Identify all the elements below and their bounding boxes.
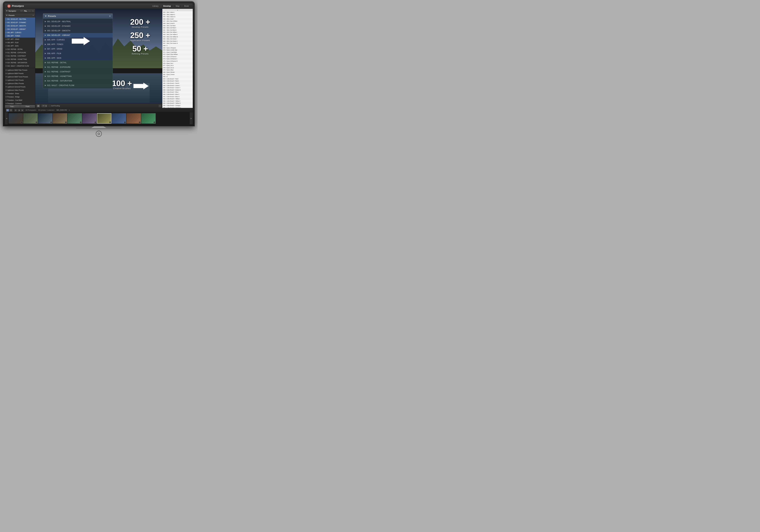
right-panel-item[interactable]: 076 - Eyes | Iris i (163, 62, 193, 65)
overlay-preset-item[interactable]: 008. APP - FILM (43, 51, 113, 56)
right-panel-item[interactable]: 063 - Skin | De-Yellow ii (163, 33, 193, 36)
sidebar-preset-item[interactable]: Presetpro - Cool B&W (5, 99, 35, 102)
nav-3-1[interactable]: 3:1 (32, 10, 34, 12)
right-panel-item[interactable]: 085 - Color Brush + Red iii (163, 82, 193, 84)
sidebar-preset-item[interactable]: 005. APP - CURVES (5, 31, 35, 34)
paste-button[interactable]: Paste (20, 105, 35, 108)
right-panel-item[interactable]: 059 - Skin | De-Red i (163, 24, 193, 27)
right-panel-item[interactable]: 066 - Skin | De-Green ii (163, 40, 193, 42)
right-panel-item[interactable]: 083 - Color Brush + Red i (163, 78, 193, 80)
right-panel-item[interactable]: 058 - Skin | Cool iii (163, 22, 193, 24)
sidebar-preset-item[interactable]: Lightroom B&W Toned Presets (5, 75, 35, 78)
right-panel-item[interactable]: 077 - Eyes | Iris ii (163, 65, 193, 67)
sidebar-preset-item[interactable]: Lightroom Effect Presets (5, 82, 35, 85)
right-panel-item[interactable]: 080 - Eyes | Brown (163, 71, 193, 73)
right-panel-item[interactable]: 078 - Eyes | Iris iii (163, 67, 193, 69)
presets-collapse-icon[interactable] (6, 15, 8, 16)
nav-map[interactable]: Map (174, 5, 181, 7)
overlay-preset-item[interactable]: 009. APP - SKIN (43, 56, 113, 60)
filmstrip-prev-button[interactable]: ◀ (5, 112, 8, 124)
right-panel-item[interactable]: 096 - Color Brush + Orange ii (163, 107, 193, 108)
right-panel-item[interactable]: 088 - Color Brush + Green iii (163, 89, 193, 91)
nav-fill[interactable]: FILL (24, 10, 27, 12)
sidebar-preset-item[interactable]: 010. REFINE - DETAIL (5, 48, 35, 51)
right-panel-item[interactable]: 094 - Color Brush + Yellow iii (163, 102, 193, 104)
right-panel-item[interactable]: 061 - Skin | De-Red iii (163, 29, 193, 31)
sidebar-preset-item[interactable]: 003. DEVELOP - SMOOTH (5, 24, 35, 27)
right-panel-item[interactable]: 087 - Color Brush + Green ii (163, 87, 193, 89)
right-panel-item[interactable]: 056 - Skin | Cool i (163, 18, 193, 20)
right-panel-item[interactable]: 069 - Eyes | Sharpen (163, 47, 193, 49)
overlay-preset-item[interactable]: 003. DEVELOP - SMOOTH (43, 28, 113, 33)
power-button[interactable]: ⏻ (96, 131, 102, 137)
sidebar-preset-item[interactable]: Lightroom Color Presets (5, 78, 35, 82)
prev-nav-icon[interactable]: ◀ (18, 109, 21, 112)
filmstrip-item[interactable]: ⊞ (97, 113, 112, 123)
right-panel-item[interactable]: 054 - Skin | Warm ii (163, 14, 193, 16)
filmstrip-item[interactable]: ⊞ (126, 113, 141, 123)
right-panel-item[interactable]: 075 - Eyes | Enhance iii (163, 60, 193, 62)
sidebar-preset-item[interactable]: 014. REFINE - SATURATION (5, 61, 35, 64)
sidebar-preset-item[interactable]: Lightroom B&W Presets (5, 72, 35, 75)
filmstrip-next-button[interactable]: ▶ (190, 112, 193, 124)
filmstrip-item[interactable]: ⊞ (141, 113, 156, 123)
sidebar-preset-item[interactable]: 007. APP - GRAD (5, 37, 35, 41)
sidebar-preset-item[interactable]: 006. APP - TONES (5, 34, 35, 37)
filmstrip-item[interactable]: ⊞ (68, 113, 82, 123)
overlay-preset-item[interactable]: 014. REFINE - SATURATION (43, 78, 113, 83)
right-panel-item[interactable]: 086 - Color Brush + Green i (163, 84, 193, 87)
right-panel-item[interactable]: 068 - C (163, 45, 193, 47)
overlay-preset-item[interactable]: 002. DEVELOP - DYNAMIC (43, 24, 113, 28)
right-panel-item[interactable]: 084 - Color Brush + Red ii (163, 80, 193, 82)
soft-proofing-checkbox[interactable] (49, 105, 50, 107)
right-panel-item[interactable]: 070 - Eyes | Under Eye (163, 49, 193, 51)
right-panel-item[interactable]: 092 - Color Brush + Yellow i (163, 98, 193, 100)
next-nav-icon[interactable]: ▶ (21, 109, 24, 112)
nav-fit[interactable]: FIT (21, 10, 23, 12)
right-panel-item[interactable]: 079 - Eyes | Blue (163, 69, 193, 71)
right-panel-item[interactable]: 095 - Color Brush + Orange i (163, 104, 193, 107)
right-panel-item[interactable]: 057 - Skin | Eye Whiten (163, 20, 193, 22)
overlay-preset-item[interactable]: 007. APP - GRAD (43, 47, 113, 51)
filmstrip-item[interactable]: ⊞ (23, 113, 38, 123)
grid-view-icon[interactable]: ⊞ (14, 109, 17, 112)
page-1-button[interactable]: 1 (6, 109, 9, 112)
date-filter[interactable]: YY (41, 104, 47, 108)
right-panel-item[interactable]: 071 - Eyes | Catchlight (163, 51, 193, 54)
right-panel-item[interactable]: 055 - Skin | Warm iii (163, 16, 193, 18)
overlay-preset-item[interactable]: 012. REFINE - CONTRAST (43, 70, 113, 74)
filmstrip-item[interactable]: ⊞ (9, 113, 23, 123)
sidebar-preset-item[interactable]: Presetpro - Brass (5, 92, 35, 95)
sidebar-preset-item[interactable]: 013. REFINE - VIGNETTING (5, 58, 35, 61)
right-panel-item[interactable]: 062 - Skin | De-Yellow i (163, 31, 193, 33)
sidebar-preset-item[interactable]: 015. VAULT - CREATIVE FLOW (5, 64, 35, 68)
nav-1-1[interactable]: 1:1 (28, 10, 30, 12)
filmstrip-item[interactable]: ⊞ (38, 113, 52, 123)
filmstrip-item[interactable]: ⊞ (53, 113, 67, 123)
overlay-preset-item[interactable]: 001. DEVELOP - NEUTRAL (43, 19, 113, 24)
sidebar-preset-item[interactable]: 004. DEVELOP - VIBRANT (5, 27, 35, 31)
sidebar-preset-item[interactable]: 012. REFINE - CONTRAST (5, 54, 35, 58)
presets-add-button[interactable]: + (32, 14, 34, 17)
right-panel-item[interactable]: 060 - Skin | De-Red ii (163, 27, 193, 29)
filmstrip-item[interactable]: ⊞ (82, 113, 97, 123)
nav-book[interactable]: Book (183, 5, 190, 7)
overlay-preset-item[interactable]: 010. REFINE - DETAIL (43, 60, 113, 65)
right-panel-scroll-up[interactable]: ▲ (163, 9, 193, 11)
sidebar-preset-item[interactable]: 002. DEVELOP - DYNAMIC (5, 21, 35, 24)
sidebar-preset-item[interactable]: Lightroom B&W Filter Presets (5, 69, 35, 72)
right-panel-item[interactable]: 082 - D (163, 75, 193, 78)
overlay-add-button[interactable]: + (109, 15, 111, 18)
nav-library[interactable]: Library (151, 5, 160, 7)
page-2-button[interactable]: 2 (9, 109, 13, 112)
right-panel-item[interactable]: 067 - Skin | De-Green iii (163, 42, 193, 45)
right-panel-item[interactable]: 064 - Skin | De-Yellow iii (163, 36, 193, 38)
right-panel-item[interactable]: 073 - Eyes | Enhance i (163, 56, 193, 58)
right-panel-item[interactable]: 091 - Color Brush + Blue iii (163, 96, 193, 98)
overlay-preset-item[interactable]: 015. VAULT - CREATIVE FLOW (43, 83, 113, 88)
right-panel-item[interactable]: 093 - Color Brush + Yellow ii (163, 100, 193, 102)
filmstrip-item[interactable]: ⊞ (112, 113, 126, 123)
overlay-collapse-icon[interactable] (45, 16, 47, 17)
sidebar-preset-item[interactable]: Presetpro - Coolness (5, 102, 35, 105)
right-panel-item[interactable]: 081 - Eyes | Green (163, 73, 193, 76)
